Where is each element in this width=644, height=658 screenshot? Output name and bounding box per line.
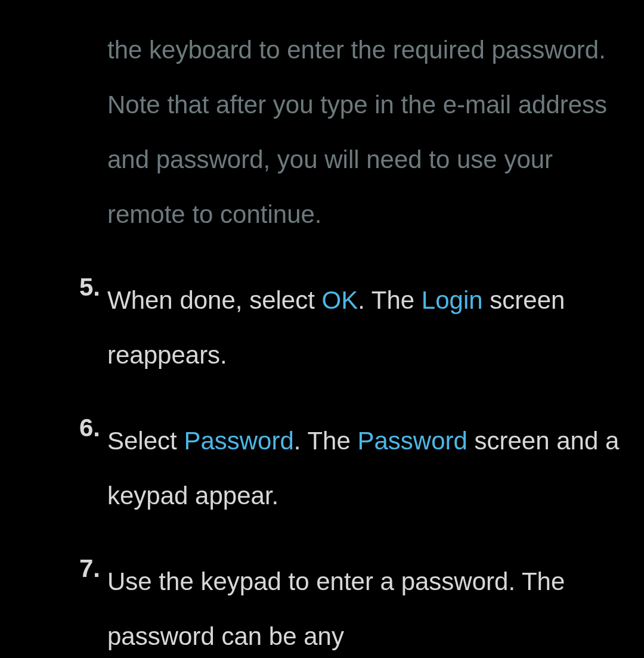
list-item: 7. Use the keypad to enter a password. T…: [70, 554, 626, 658]
item-number: 7.: [70, 554, 100, 583]
item-number: 5.: [70, 273, 100, 302]
list-item: 6. Select Password. The Password screen …: [70, 414, 626, 523]
item-body: Select Password. The Password screen and…: [70, 414, 626, 523]
text-segment: . The: [294, 427, 358, 455]
highlight-login: Login: [422, 286, 483, 314]
highlight-password: Password: [357, 427, 467, 455]
highlight-ok: OK: [322, 286, 358, 314]
text-segment: Use the keypad to enter a password. The …: [107, 567, 565, 650]
continuation-paragraph: the keyboard to enter the required passw…: [70, 23, 626, 242]
item-number: 6.: [70, 414, 100, 442]
text-segment: Select: [107, 427, 184, 455]
highlight-password: Password: [184, 427, 293, 455]
item-body: When done, select OK. The Login screen r…: [70, 273, 626, 383]
list-item: 5. When done, select OK. The Login scree…: [70, 273, 626, 383]
instruction-list: the keyboard to enter the required passw…: [0, 0, 644, 658]
item-body: Use the keypad to enter a password. The …: [70, 554, 626, 658]
text-segment: When done, select: [107, 286, 322, 314]
text-segment: . The: [358, 286, 422, 314]
